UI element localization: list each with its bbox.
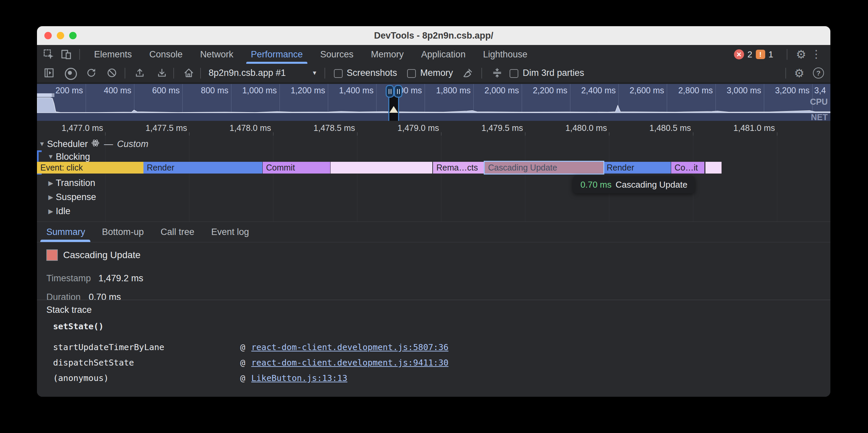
flame-bar[interactable]: Render	[144, 162, 262, 173]
tab-call-tree[interactable]: Call tree	[161, 222, 194, 242]
disclosure-collapsed-icon[interactable]: ▶	[46, 179, 56, 187]
ruler-tick-label: 1,481.0 ms	[733, 123, 775, 133]
collapse-tracks-icon[interactable]	[492, 67, 502, 78]
download-profile-icon[interactable]	[157, 67, 167, 78]
stack-frame-source-link[interactable]: LikeButton.js:13:13	[251, 373, 347, 383]
ruler-tick-mark	[693, 132, 693, 136]
disclosure-collapsed-icon[interactable]: ▶	[46, 207, 56, 215]
toggle-sidebar-icon[interactable]	[44, 67, 54, 78]
panel-tabs: ElementsConsoleNetworkPerformanceSources…	[94, 45, 527, 64]
flame-bar[interactable]: Commit	[263, 162, 330, 173]
flame-bar[interactable]: Event: click	[37, 162, 144, 173]
tab-console[interactable]: Console	[150, 45, 183, 64]
home-icon[interactable]	[183, 67, 194, 78]
summary-event-title: Cascading Update	[63, 249, 141, 261]
screenshots-checkbox[interactable]	[334, 69, 343, 78]
ruler-tick-label: 1,480.0 ms	[565, 123, 607, 133]
divider	[79, 49, 80, 60]
panel-settings-gear-icon[interactable]: ⚙	[794, 66, 804, 80]
track-row-blocking[interactable]: ▼Blocking	[46, 151, 90, 162]
settings-gear-icon[interactable]: ⚙	[796, 48, 806, 61]
dim-3rd-parties-label: Dim 3rd parties	[523, 64, 584, 82]
target-selector[interactable]: 8p2n9n.csb.app #1	[209, 64, 286, 82]
divider	[482, 68, 482, 78]
close-window-button[interactable]	[44, 32, 52, 39]
cpu-spike-marker	[389, 106, 398, 113]
ruler-tick-label: 1,480.5 ms	[649, 123, 691, 133]
ruler-tick-mark	[105, 132, 105, 136]
more-options-icon[interactable]: ⋮	[811, 48, 822, 60]
help-icon[interactable]: ?	[813, 67, 824, 78]
reload-and-record-icon[interactable]	[86, 67, 97, 78]
stack-frame-function: dispatchSetState	[53, 358, 134, 368]
tab-bottom-up[interactable]: Bottom-up	[102, 222, 144, 242]
minimize-window-button[interactable]	[57, 32, 64, 39]
ruler-tick-mark	[441, 132, 441, 136]
chevron-down-icon[interactable]: ▼	[312, 64, 317, 82]
flame-bar[interactable]	[705, 162, 721, 173]
network-lane	[37, 113, 830, 121]
error-count: 2	[747, 49, 752, 60]
track-scheduler[interactable]: ▼ Scheduler — Custom	[37, 138, 149, 150]
tab-summary[interactable]: Summary	[46, 222, 85, 242]
tab-memory[interactable]: Memory	[371, 45, 404, 64]
flame-bar[interactable]: Rema…cts	[433, 162, 484, 173]
chart-gridline	[441, 136, 441, 222]
devtools-tabbar: ElementsConsoleNetworkPerformanceSources…	[37, 45, 830, 64]
tab-sources[interactable]: Sources	[320, 45, 353, 64]
memory-label: Memory	[420, 64, 453, 82]
flame-bar[interactable]: Co…it	[671, 162, 705, 173]
record-button[interactable]	[65, 68, 77, 80]
tab-network[interactable]: Network	[200, 45, 234, 64]
flame-bar[interactable]	[331, 162, 432, 173]
disclosure-collapsed-icon[interactable]: ▶	[46, 193, 56, 201]
disclosure-expanded-icon[interactable]: ▼	[46, 153, 56, 161]
screenshots-label: Screenshots	[347, 64, 397, 82]
window-title: DevTools - 8p2n9n.csb.app/	[374, 31, 493, 41]
dash: —	[104, 139, 113, 149]
chart-gridline	[777, 136, 777, 222]
flame-chart[interactable]: ▼ Scheduler — Custom ▼Blocking▶Transitio…	[37, 136, 830, 222]
details-tabbar: SummaryBottom-upCall treeEvent log	[37, 222, 830, 242]
selection-left-handle[interactable]	[385, 85, 394, 98]
inspect-element-icon[interactable]	[43, 49, 54, 60]
flame-bar[interactable]: Cascading Update	[485, 162, 603, 173]
track-kind-label: Custom	[117, 139, 149, 149]
selection-right-handle[interactable]	[394, 85, 402, 98]
event-tooltip: 0.70 ms Cascading Update	[573, 176, 695, 193]
issue-badge-icon[interactable]: !	[756, 50, 765, 59]
stack-frame-function: startUpdateTimerByLane	[53, 342, 164, 352]
error-badge-icon[interactable]: ✕	[734, 49, 744, 59]
track-row-suspense[interactable]: ▶Suspense	[46, 191, 96, 203]
track-row-idle[interactable]: ▶Idle	[46, 205, 70, 217]
ruler-tick-mark	[609, 132, 609, 136]
stack-frame-source-link[interactable]: react-dom-client.development.js:9411:30	[251, 358, 448, 368]
device-toolbar-icon[interactable]	[60, 49, 72, 60]
clear-recording-icon[interactable]	[106, 67, 117, 78]
stack-frame-at: @	[240, 358, 245, 368]
tab-event-log[interactable]: Event log	[211, 222, 249, 242]
disclosure-expanded-icon[interactable]: ▼	[37, 140, 47, 148]
stack-frame-source-link[interactable]: react-dom-client.development.js:5807:36	[251, 342, 448, 352]
timeline-overview[interactable]: 200 ms400 ms600 ms800 ms1,000 ms1,200 ms…	[37, 82, 830, 121]
chart-gridline	[273, 136, 273, 222]
stack-trace-header: Stack trace	[46, 305, 92, 315]
track-row-transition[interactable]: ▶Transition	[46, 177, 95, 189]
time-ruler: 1,477.0 ms1,477.5 ms1,478.0 ms1,478.5 ms…	[37, 121, 830, 136]
flame-bar[interactable]: Render	[603, 162, 671, 173]
timestamp-label: Timestamp	[46, 273, 91, 284]
memory-checkbox[interactable]	[407, 69, 416, 78]
tooltip-duration: 0.70 ms	[581, 179, 612, 190]
dim-3rd-parties-checkbox[interactable]	[509, 69, 518, 78]
tab-lighthouse[interactable]: Lighthouse	[483, 45, 527, 64]
track-row-label: Suspense	[56, 192, 96, 202]
tab-elements[interactable]: Elements	[94, 45, 132, 64]
upload-profile-icon[interactable]	[134, 67, 145, 78]
track-scheduler-label: Scheduler	[47, 139, 88, 149]
collect-garbage-icon[interactable]	[463, 67, 473, 78]
tab-application[interactable]: Application	[421, 45, 466, 64]
zoom-window-button[interactable]	[69, 32, 76, 39]
track-row-label: Blocking	[56, 152, 90, 162]
tab-performance[interactable]: Performance	[251, 45, 303, 64]
devtools-window: DevTools - 8p2n9n.csb.app/ ElementsConso…	[37, 26, 830, 397]
